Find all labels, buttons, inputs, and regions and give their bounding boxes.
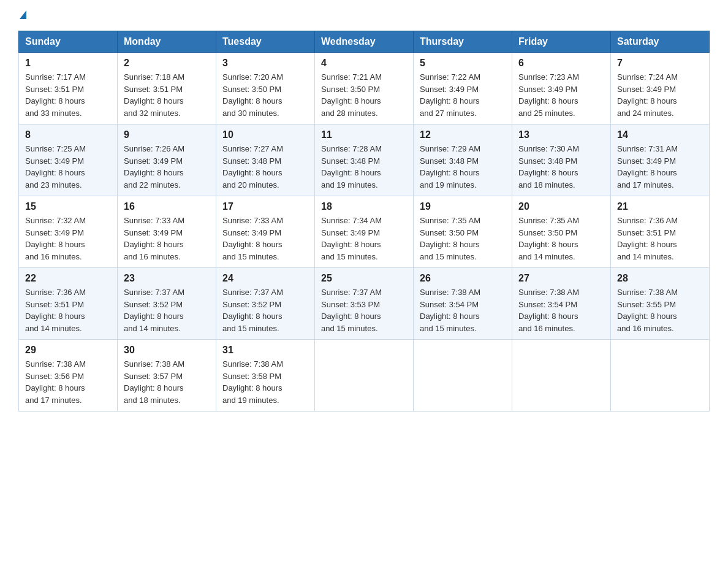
sunrise-info: Sunrise: 7:38 AM [518,288,579,297]
sunrise-info: Sunrise: 7:23 AM [518,72,579,82]
calendar-cell: 21Sunrise: 7:36 AMSunset: 3:51 PMDayligh… [611,196,710,268]
calendar-cell: 3Sunrise: 7:20 AMSunset: 3:50 PMDaylight… [216,53,315,124]
calendar-cell: 26Sunrise: 7:38 AMSunset: 3:54 PMDayligh… [414,268,512,340]
sunrise-info: Sunrise: 7:17 AM [25,72,86,82]
sunset-info: Sunset: 3:49 PM [222,228,281,237]
sunset-info: Sunset: 3:48 PM [518,156,577,166]
day-number: 3 [222,58,308,69]
day-info: Sunrise: 7:29 AMSunset: 3:48 PMDaylight:… [420,143,506,191]
sunset-info: Sunset: 3:55 PM [617,300,676,309]
daylight-minutes: and 16 minutes. [518,324,575,333]
week-row-1: 1Sunrise: 7:17 AMSunset: 3:51 PMDaylight… [19,53,710,124]
week-row-4: 22Sunrise: 7:36 AMSunset: 3:51 PMDayligh… [19,268,710,340]
daylight-minutes: and 15 minutes. [420,252,477,261]
day-number: 9 [124,129,210,140]
day-number: 4 [321,58,407,69]
calendar-cell: 20Sunrise: 7:35 AMSunset: 3:50 PMDayligh… [512,196,611,268]
sunset-info: Sunset: 3:49 PM [25,228,84,237]
day-info: Sunrise: 7:25 AMSunset: 3:49 PMDaylight:… [25,143,111,191]
calendar-cell [512,340,611,412]
day-info: Sunrise: 7:38 AMSunset: 3:55 PMDaylight:… [617,286,703,334]
calendar-cell: 13Sunrise: 7:30 AMSunset: 3:48 PMDayligh… [512,124,611,196]
day-info: Sunrise: 7:31 AMSunset: 3:49 PMDaylight:… [617,143,703,191]
sunset-info: Sunset: 3:57 PM [124,372,183,381]
sunset-info: Sunset: 3:51 PM [25,85,84,94]
day-info: Sunrise: 7:36 AMSunset: 3:51 PMDaylight:… [617,215,703,262]
daylight-minutes: and 23 minutes. [25,180,82,190]
day-info: Sunrise: 7:34 AMSunset: 3:49 PMDaylight:… [321,215,407,262]
sunset-info: Sunset: 3:49 PM [617,156,676,166]
day-info: Sunrise: 7:37 AMSunset: 3:52 PMDaylight:… [124,286,210,334]
day-number: 7 [617,58,703,69]
daylight-hours: Daylight: 8 hours [617,168,677,177]
daylight-minutes: and 22 minutes. [124,180,181,190]
daylight-hours: Daylight: 8 hours [222,312,282,321]
sunrise-info: Sunrise: 7:36 AM [25,288,86,297]
calendar-body: 1Sunrise: 7:17 AMSunset: 3:51 PMDaylight… [19,53,710,412]
sunset-info: Sunset: 3:51 PM [124,85,183,94]
week-row-5: 29Sunrise: 7:38 AMSunset: 3:56 PMDayligh… [19,340,710,412]
day-number: 5 [420,58,506,69]
daylight-hours: Daylight: 8 hours [25,312,85,321]
day-info: Sunrise: 7:37 AMSunset: 3:53 PMDaylight:… [321,286,407,334]
daylight-minutes: and 32 minutes. [124,109,181,118]
daylight-hours: Daylight: 8 hours [25,168,85,177]
daylight-minutes: and 15 minutes. [321,252,378,261]
sunset-info: Sunset: 3:52 PM [124,300,183,309]
sunset-info: Sunset: 3:50 PM [518,228,577,237]
day-number: 15 [25,201,111,212]
sunset-info: Sunset: 3:54 PM [518,300,577,309]
daylight-minutes: and 14 minutes. [617,252,674,261]
day-info: Sunrise: 7:36 AMSunset: 3:51 PMDaylight:… [25,286,111,334]
daylight-minutes: and 19 minutes. [321,180,378,190]
day-info: Sunrise: 7:20 AMSunset: 3:50 PMDaylight:… [222,71,308,119]
day-number: 18 [321,201,407,212]
sunrise-info: Sunrise: 7:27 AM [222,144,283,153]
sunset-info: Sunset: 3:51 PM [617,228,676,237]
sunrise-info: Sunrise: 7:24 AM [617,72,678,82]
calendar-table: SundayMondayTuesdayWednesdayThursdayFrid… [18,31,710,412]
sunset-info: Sunset: 3:48 PM [321,156,380,166]
calendar-cell: 8Sunrise: 7:25 AMSunset: 3:49 PMDaylight… [19,124,118,196]
daylight-hours: Daylight: 8 hours [617,312,677,321]
calendar-cell: 17Sunrise: 7:33 AMSunset: 3:49 PMDayligh… [216,196,315,268]
sunrise-info: Sunrise: 7:34 AM [321,216,382,225]
sunrise-info: Sunrise: 7:18 AM [124,72,184,82]
daylight-hours: Daylight: 8 hours [420,168,480,177]
sunset-info: Sunset: 3:48 PM [222,156,281,166]
sunrise-info: Sunrise: 7:21 AM [321,72,382,82]
calendar-cell: 28Sunrise: 7:38 AMSunset: 3:55 PMDayligh… [611,268,710,340]
day-info: Sunrise: 7:26 AMSunset: 3:49 PMDaylight:… [124,143,210,191]
day-number: 22 [25,273,111,284]
daylight-minutes: and 18 minutes. [518,180,575,190]
daylight-minutes: and 28 minutes. [321,109,378,118]
daylight-hours: Daylight: 8 hours [124,312,184,321]
calendar-cell: 15Sunrise: 7:32 AMSunset: 3:49 PMDayligh… [19,196,118,268]
daylight-minutes: and 24 minutes. [617,109,674,118]
sunrise-info: Sunrise: 7:38 AM [25,359,86,369]
calendar-cell: 7Sunrise: 7:24 AMSunset: 3:49 PMDaylight… [611,53,710,124]
week-row-2: 8Sunrise: 7:25 AMSunset: 3:49 PMDaylight… [19,124,710,196]
day-number: 19 [420,201,506,212]
day-number: 26 [420,273,506,284]
calendar-cell: 30Sunrise: 7:38 AMSunset: 3:57 PMDayligh… [118,340,216,412]
day-number: 11 [321,129,407,140]
day-number: 8 [25,129,111,140]
calendar-cell: 4Sunrise: 7:21 AMSunset: 3:50 PMDaylight… [315,53,414,124]
daylight-minutes: and 14 minutes. [518,252,575,261]
daylight-hours: Daylight: 8 hours [518,168,578,177]
sunrise-info: Sunrise: 7:30 AM [518,144,579,153]
sunrise-info: Sunrise: 7:32 AM [25,216,86,225]
day-info: Sunrise: 7:18 AMSunset: 3:51 PMDaylight:… [124,71,210,119]
calendar-cell: 1Sunrise: 7:17 AMSunset: 3:51 PMDaylight… [19,53,118,124]
sunrise-info: Sunrise: 7:25 AM [25,144,86,153]
day-number: 29 [25,345,111,356]
sunrise-info: Sunrise: 7:37 AM [124,288,184,297]
sunset-info: Sunset: 3:49 PM [321,228,380,237]
daylight-hours: Daylight: 8 hours [420,312,480,321]
day-info: Sunrise: 7:35 AMSunset: 3:50 PMDaylight:… [420,215,506,262]
day-info: Sunrise: 7:33 AMSunset: 3:49 PMDaylight:… [222,215,308,262]
daylight-hours: Daylight: 8 hours [222,383,282,393]
daylight-hours: Daylight: 8 hours [321,168,381,177]
calendar-cell: 18Sunrise: 7:34 AMSunset: 3:49 PMDayligh… [315,196,414,268]
